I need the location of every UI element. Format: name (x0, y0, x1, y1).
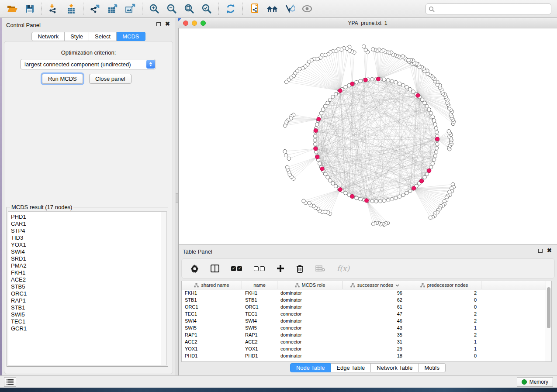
column-header-mcds-role[interactable]: MCDS role (277, 281, 343, 289)
cell-mcds-role: dominator (277, 290, 343, 296)
tab-network[interactable]: Network (31, 32, 65, 41)
table-row[interactable]: SWI4SWI4dominator462 (182, 317, 551, 324)
zoom-in-button[interactable] (145, 1, 163, 16)
list-item[interactable]: TEC1 (11, 318, 166, 325)
cell-name: SWI5 (242, 325, 277, 330)
list-item[interactable]: PHD1 (11, 213, 166, 220)
zoom-out-button[interactable] (163, 1, 180, 16)
table-row[interactable]: ACE2ACE2connector311 (182, 338, 551, 345)
delete-column-button[interactable] (296, 265, 304, 273)
tab-mcds[interactable]: MCDS (117, 32, 145, 41)
list-item[interactable]: PMA2 (11, 262, 166, 269)
tab-node-table[interactable]: Node Table (290, 363, 331, 372)
tab-style[interactable]: Style (65, 32, 89, 41)
optimization-criterion-label: Optimization criterion: (4, 49, 173, 56)
float-panel-icon[interactable] (538, 249, 543, 253)
close-panel-button[interactable]: Close panel (89, 74, 131, 84)
close-panel-icon[interactable]: ✖ (165, 22, 170, 26)
list-item[interactable]: SWI4 (11, 248, 166, 255)
list-item[interactable]: FKH1 (11, 269, 166, 276)
list-item[interactable]: SRD1 (11, 255, 166, 262)
vertical-splitter[interactable] (175, 18, 178, 388)
column-header-name[interactable]: name (242, 281, 277, 289)
table-row[interactable]: RAP1RAP1dominator352 (182, 331, 551, 338)
list-item[interactable]: STB1 (11, 304, 166, 311)
deselect-all-button[interactable] (254, 266, 265, 271)
run-mcds-button[interactable]: Run MCDS (42, 74, 83, 84)
table-settings-button[interactable] (190, 265, 199, 273)
export-image-button[interactable] (121, 1, 139, 16)
tab-select[interactable]: Select (89, 32, 117, 41)
open-file-button[interactable] (3, 1, 21, 16)
search-box[interactable] (426, 3, 551, 14)
export-table-button[interactable] (104, 1, 121, 16)
table-row[interactable]: TEC1TEC1connector472 (182, 310, 551, 317)
table-row[interactable]: ORC1ORC1dominator610 (182, 303, 551, 310)
tab-network-table[interactable]: Network Table (371, 363, 419, 372)
list-scrollbar-track[interactable] (161, 212, 166, 365)
delete-table-button[interactable] (315, 265, 325, 272)
column-header-shared-name[interactable]: shared name (182, 281, 242, 289)
import-table-button[interactable] (62, 1, 80, 16)
refresh-button[interactable] (222, 1, 239, 16)
task-history-button[interactable] (4, 377, 16, 387)
table-row[interactable]: SWI5SWI5connector431 (182, 324, 551, 331)
list-item[interactable]: GCR1 (11, 325, 166, 332)
list-item[interactable]: TID3 (11, 234, 166, 241)
zoom-selected-button[interactable] (198, 1, 215, 16)
save-session-button[interactable] (21, 1, 38, 16)
new-network-from-file-button[interactable] (246, 1, 263, 16)
close-panel-icon[interactable]: ✖ (547, 248, 552, 253)
column-type-icon (350, 283, 355, 288)
export-network-button[interactable] (86, 1, 104, 16)
list-item[interactable]: ORC1 (11, 290, 166, 297)
column-label: name (253, 282, 266, 288)
mcds-tab-content: Optimization criterion: largest connecte… (4, 41, 173, 374)
select-all-button[interactable]: ✓ ✓ (231, 266, 242, 271)
import-network-button[interactable] (45, 1, 62, 16)
list-item[interactable]: STP4 (11, 227, 166, 234)
tab-edge-table[interactable]: Edge Table (331, 363, 371, 372)
float-panel-icon[interactable] (156, 22, 161, 26)
criterion-dropdown[interactable]: largest connected component (undirected) (20, 59, 156, 69)
table-tabs: Node TableEdge TableNetwork TableMotifs (179, 363, 557, 372)
cell-shared-name: SWI4 (182, 318, 242, 323)
hide-show-button[interactable] (298, 1, 316, 16)
cell-mcds-role: connector (277, 311, 343, 316)
list-item[interactable]: SWI5 (11, 311, 166, 318)
table-row[interactable]: PHD1PHD1dominator180 (182, 352, 551, 359)
memory-button[interactable]: Memory (517, 377, 553, 387)
list-item[interactable]: STB5 (11, 283, 166, 290)
list-item[interactable]: YOX1 (11, 241, 166, 248)
vizmapper-button[interactable] (281, 1, 298, 16)
table-row[interactable]: STB1STB1dominator620 (182, 296, 551, 303)
table-row[interactable]: FKH1FKH1dominator962 (182, 289, 551, 296)
cell-shared-name: YOX1 (182, 346, 242, 351)
table-scrollbar-track[interactable] (546, 281, 551, 361)
column-label: MCDS role (302, 282, 325, 288)
splitter-grip[interactable] (176, 193, 178, 203)
list-item[interactable]: RAP1 (11, 297, 166, 304)
table-row[interactable]: YOX1YOX1connector291 (182, 345, 551, 352)
search-input[interactable] (435, 6, 548, 13)
list-item[interactable]: ACE2 (11, 276, 166, 283)
columns-icon (211, 265, 219, 272)
column-view-button[interactable] (211, 265, 219, 272)
column-type-icon (194, 283, 199, 288)
column-label: successor nodes (357, 282, 394, 288)
column-header-predecessor-nodes[interactable]: predecessor nodes (407, 281, 481, 289)
show-all-networks-button[interactable] (263, 1, 281, 16)
tab-motifs[interactable]: Motifs (419, 363, 446, 372)
zoom-fit-button[interactable] (180, 1, 198, 16)
search-icon (429, 6, 435, 12)
column-header-successor-nodes[interactable]: successor nodes (343, 281, 407, 289)
add-column-button[interactable] (277, 265, 284, 272)
network-canvas[interactable] (178, 28, 557, 244)
table-scrollbar-thumb[interactable] (547, 287, 550, 328)
function-builder-button[interactable]: f(x) (337, 264, 349, 273)
cell-successor-nodes: 47 (343, 311, 407, 316)
mcds-result-list[interactable]: PHD1CAR1STP4TID3YOX1SWI4SRD1PMA2FKH1ACE2… (8, 211, 167, 365)
network-window-titlebar[interactable]: YPA_prune.txt_1 (178, 18, 557, 28)
memory-label: Memory (529, 379, 548, 385)
list-item[interactable]: CAR1 (11, 220, 166, 227)
